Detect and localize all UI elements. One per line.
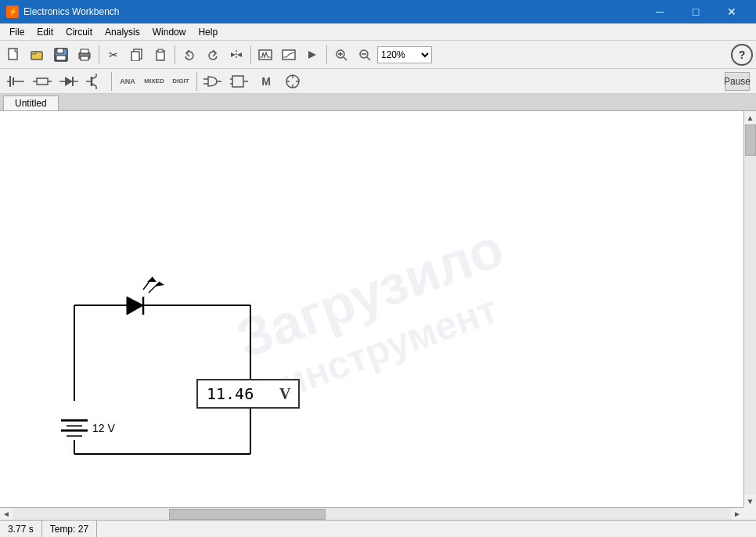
scrollbar-corner (743, 507, 756, 520)
scrollbar-horizontal[interactable]: ◄ ► (0, 507, 743, 520)
open-button[interactable] (27, 44, 49, 66)
svg-rect-4 (57, 49, 63, 53)
svg-marker-36 (65, 77, 73, 86)
comp-indicators[interactable]: M (254, 71, 279, 92)
app-icon: ⚡ (6, 5, 19, 18)
scroll-horizontal-track[interactable] (13, 508, 731, 520)
titlebar: ⚡ Electronics Workbench ─ □ ✕ (0, 0, 756, 23)
svg-marker-65 (127, 297, 143, 315)
svg-marker-69 (155, 282, 164, 287)
close-button[interactable]: ✕ (714, 0, 750, 23)
scrollbar-vertical[interactable]: ▲ ▼ (743, 111, 756, 507)
separator-3 (250, 45, 251, 64)
scroll-right-arrow[interactable]: ► (731, 508, 743, 521)
menu-window[interactable]: Window (146, 25, 193, 39)
voltmeter-unit: V (279, 385, 291, 402)
comp-misc[interactable] (280, 71, 305, 92)
separator-2 (175, 45, 175, 64)
menu-edit[interactable]: Edit (31, 25, 59, 39)
flip-h-button[interactable] (225, 44, 247, 66)
svg-rect-7 (81, 49, 88, 53)
comp-analog-ic[interactable]: ANA (115, 71, 140, 92)
separator-4 (326, 45, 327, 64)
circuit-svg: 12 V 11.46 V (0, 111, 756, 520)
scroll-left-arrow[interactable]: ◄ (0, 508, 13, 521)
comp-logic-gates[interactable] (200, 71, 225, 92)
new-button[interactable] (3, 44, 25, 66)
comp-digital-ic[interactable]: DIGIT (168, 71, 193, 92)
minimize-button[interactable]: ─ (642, 0, 678, 23)
scroll-vertical-track[interactable] (744, 124, 756, 495)
menu-analysis[interactable]: Analysis (99, 25, 146, 39)
svg-marker-14 (231, 52, 236, 57)
comp-diodes[interactable] (56, 71, 81, 92)
app-title: Electronics Workbench (23, 6, 642, 17)
pause-run-button[interactable]: Pause (725, 72, 750, 91)
menu-help[interactable]: Help (192, 25, 224, 39)
comp-sources[interactable] (3, 71, 28, 92)
copy-button[interactable] (126, 44, 148, 66)
toolbar-components: ANA MIXED DIGIT M Pause (0, 69, 756, 94)
maximize-button[interactable]: □ (678, 0, 714, 23)
comp-basic[interactable] (30, 71, 55, 92)
bode-button[interactable] (278, 44, 300, 66)
cut-button[interactable]: ✂ (103, 44, 124, 66)
menu-circuit[interactable]: Circuit (59, 25, 99, 39)
save-button[interactable] (50, 44, 72, 66)
svg-line-20 (344, 57, 347, 60)
print-button[interactable] (74, 44, 95, 66)
comp-mixed-ic[interactable]: MIXED (142, 71, 167, 92)
scroll-down-arrow[interactable]: ▼ (744, 495, 757, 507)
separator-1 (99, 45, 99, 64)
rotate-left-button[interactable] (178, 44, 200, 66)
status-temp: Temp: 27 (42, 521, 97, 537)
zoom-in-button[interactable] (330, 44, 352, 66)
statusbar: 3.77 s Temp: 27 (0, 520, 756, 537)
svg-marker-70 (147, 277, 157, 282)
comp-transistors[interactable] (83, 71, 108, 92)
svg-rect-12 (158, 49, 163, 52)
toolbar-main: ✂ 120% 50% 75% 100% 150% (0, 41, 756, 69)
window-controls: ─ □ ✕ (642, 0, 750, 23)
voltage-label: 12 V (92, 422, 115, 434)
menubar: File Edit Circuit Analysis Window Help (0, 23, 756, 41)
zoom-control: 120% 50% 75% 100% 150% 200% (377, 46, 432, 63)
separator-5 (111, 72, 112, 91)
svg-marker-15 (237, 52, 242, 57)
svg-rect-5 (56, 56, 66, 60)
help-button[interactable]: ? (731, 44, 753, 66)
status-time: 3.77 s (0, 521, 42, 537)
svg-rect-47 (232, 76, 243, 87)
comp-digital-logic[interactable] (227, 71, 252, 92)
menu-file[interactable]: File (3, 25, 31, 39)
svg-rect-2 (31, 52, 36, 54)
zoom-select[interactable]: 120% 50% 75% 100% 150% 200% (377, 46, 432, 63)
svg-rect-10 (131, 52, 139, 61)
svg-line-24 (367, 57, 370, 60)
scroll-horizontal-thumb[interactable] (169, 509, 326, 520)
zoom-out-button[interactable] (354, 44, 376, 66)
tab-bar: Untitled (0, 94, 756, 111)
scroll-vertical-thumb[interactable] (745, 124, 756, 156)
oscilloscope-button[interactable] (254, 44, 276, 66)
canvas-area[interactable]: Загрузило инструмент 12 V (0, 111, 756, 520)
rotate-right-button[interactable] (202, 44, 224, 66)
svg-rect-8 (81, 56, 88, 60)
signal-gen-button[interactable] (301, 44, 323, 66)
separator-6 (196, 72, 197, 91)
svg-rect-33 (37, 78, 48, 85)
scroll-up-arrow[interactable]: ▲ (744, 111, 757, 124)
document-tab[interactable]: Untitled (3, 96, 59, 110)
voltmeter-value: 11.46 (207, 384, 254, 403)
svg-marker-18 (308, 51, 316, 59)
paste-button[interactable] (149, 44, 171, 66)
